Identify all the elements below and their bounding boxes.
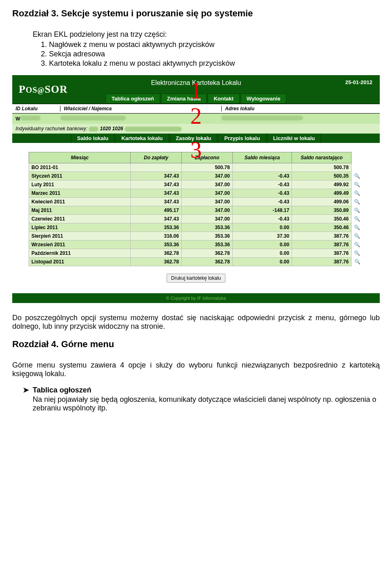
- cell-month: Listopad 2011: [29, 258, 131, 266]
- magnifier-icon[interactable]: 🔍: [354, 207, 360, 213]
- magnifier-icon[interactable]: 🔍: [354, 216, 360, 222]
- chapter-4-paragraph: Górne menu systemu zawiera 4 opcje i słu…: [12, 361, 380, 378]
- table-row: Maj 2011495.17347.00-148.17350.89🔍: [29, 206, 363, 215]
- cell-zaplacono: 353.36: [182, 223, 233, 232]
- cell-saldo-miesiaca: [232, 163, 292, 172]
- menu-zmiana-hasla[interactable]: Zmiana hasła: [161, 94, 207, 104]
- th-do-zaplaty: Do zapłaty: [131, 152, 182, 163]
- magnifier-icon[interactable]: 🔍: [354, 190, 360, 196]
- intro-list: Nagłówek z menu w postaci aktywnych przy…: [49, 40, 380, 68]
- col-adres: Adres lokalu: [221, 106, 376, 111]
- table-row: Marzec 2011347.43347.00-0.43499.49🔍: [29, 189, 363, 198]
- cell-month: Lipiec 2011: [29, 223, 131, 232]
- cell-saldo-narastajaco: 387.76: [292, 258, 352, 266]
- cell-do-zaplaty: 362.78: [131, 258, 182, 266]
- th-zaplacono: Zapłacono: [182, 152, 233, 163]
- owner-blurred: [60, 116, 126, 120]
- app-date: 25-01-2012: [345, 79, 373, 85]
- cell-saldo-narastajaco: 500.35: [292, 172, 352, 181]
- bank-row: Indywidualny rachunek bankowy: 1020 1026: [12, 124, 380, 134]
- magnifier-icon[interactable]: 🔍: [354, 233, 360, 239]
- cell-saldo-miesiaca: -148.17: [232, 206, 292, 215]
- cell-zaplacono: 353.36: [182, 232, 233, 241]
- cell-do-zaplaty: 316.06: [131, 232, 182, 241]
- cell-month: Kwiecień 2011: [29, 198, 131, 206]
- cell-saldo-narastajaco: 350.89: [292, 206, 352, 215]
- cell-month: Maj 2011: [29, 206, 131, 215]
- table-row: Listopad 2011362.78362.780.00387.76🔍: [29, 258, 363, 266]
- cell-saldo-narastajaco: 387.76: [292, 249, 352, 258]
- app-title: Elektroniczna Kartoteka Lokalu: [151, 79, 241, 87]
- bank-label: Indywidualny rachunek bankowy:: [16, 126, 87, 132]
- menu-wylogowanie[interactable]: Wylogowanie: [241, 94, 287, 104]
- menu-kontakt[interactable]: Kontakt: [207, 94, 239, 104]
- chapter-4-title: Rozdział 4. Górne menu: [12, 339, 380, 350]
- cell-saldo-miesiaca: 37.30: [232, 232, 292, 241]
- bullet-tablica-ogloszen: Tablica ogłoszeń Na niej pojawiały się b…: [33, 386, 380, 412]
- id-lokalu-value: W: [16, 116, 20, 122]
- tab-zasoby-lokalu[interactable]: Zasoby lokalu: [170, 134, 218, 143]
- cell-month: Wrzesień 2011: [29, 241, 131, 249]
- th-miesiac: Miesiąc: [29, 152, 131, 163]
- cell-do-zaplaty: 347.43: [131, 189, 182, 198]
- cell-saldo-miesiaca: 0.00: [232, 241, 292, 249]
- table-row: Lipiec 2011353.36353.360.00350.46🔍: [29, 223, 363, 232]
- cell-saldo-miesiaca: -0.43: [232, 181, 292, 189]
- th-saldo-narastajaco: Saldo narastająco: [292, 152, 352, 163]
- cell-zaplacono: 347.00: [182, 215, 233, 223]
- cell-zaplacono: 347.00: [182, 181, 233, 189]
- bullet-body: Na niej pojawiały się będą ogłoszenia, k…: [33, 395, 380, 412]
- cell-do-zaplaty: 362.78: [131, 249, 182, 258]
- cell-saldo-narastajaco: 499.06: [292, 198, 352, 206]
- cell-month: Październik 2011: [29, 249, 131, 258]
- tab-liczniki-w-lokalu[interactable]: Liczniki w lokalu: [267, 134, 321, 143]
- magnifier-icon[interactable]: 🔍: [354, 250, 360, 256]
- table-row: Luty 2011347.43347.00-0.43499.92🔍: [29, 181, 363, 189]
- bullet-head: Tablica ogłoszeń: [33, 386, 380, 395]
- ledger-table: Miesiąc Do zapłaty Zapłacono Saldo miesi…: [29, 152, 363, 266]
- cell-saldo-narastajaco: 499.92: [292, 181, 352, 189]
- cell-zaplacono: 353.36: [182, 241, 233, 249]
- cell-saldo-narastajaco: 387.76: [292, 232, 352, 241]
- menu-tablica-ogloszen[interactable]: Tablica ogłoszeń: [105, 94, 160, 104]
- tab-saldo-lokalu[interactable]: Saldo lokalu: [71, 134, 115, 143]
- th-saldo-miesiaca: Saldo miesiąca: [232, 152, 292, 163]
- print-button[interactable]: Drukuj kartotekę lokalu: [167, 274, 225, 283]
- magnifier-icon[interactable]: 🔍: [354, 259, 361, 265]
- cell-saldo-miesiaca: -0.43: [232, 189, 292, 198]
- table-row: BO 2011-01500.78500.78: [29, 163, 363, 172]
- magnifier-icon[interactable]: 🔍: [354, 182, 360, 187]
- tab-przypis-lokalu[interactable]: Przypis lokalu: [218, 134, 266, 143]
- magnifier-icon[interactable]: 🔍: [354, 173, 360, 179]
- magnifier-icon[interactable]: 🔍: [354, 225, 360, 230]
- chapter-3-title: Rozdział 3. Sekcje systemu i poruszanie …: [12, 8, 380, 19]
- cell-saldo-miesiaca: -0.43: [232, 198, 292, 206]
- address-blurred: [221, 116, 303, 120]
- cell-saldo-narastajaco: 387.76: [292, 241, 352, 249]
- cell-zaplacono: 347.00: [182, 189, 233, 198]
- cell-month: Styczeń 2011: [29, 172, 131, 181]
- cell-zaplacono: 347.00: [182, 172, 233, 181]
- cell-do-zaplaty: [131, 163, 182, 172]
- cell-saldo-miesiaca: -0.43: [232, 172, 292, 181]
- cell-saldo-miesiaca: 0.00: [232, 223, 292, 232]
- tab-kartoteka-lokalu[interactable]: Kartoteka lokalu: [115, 134, 169, 143]
- table-row: Październik 2011362.78362.780.00387.76🔍: [29, 249, 363, 258]
- top-menu: Tablica ogłoszeń Zmiana hasła Kontakt Wy…: [105, 94, 286, 104]
- bank-value: 1020 1026: [100, 126, 123, 132]
- cell-do-zaplaty: 347.43: [131, 181, 182, 189]
- cell-month: Czerwiec 2011: [29, 215, 131, 223]
- table-row: Sierpień 2011316.06353.3637.30387.76🔍: [29, 232, 363, 241]
- cell-saldo-miesiaca: 0.00: [232, 258, 292, 266]
- cell-saldo-narastajaco: 499.49: [292, 189, 352, 198]
- id-header-row: ID Lokalu Właściciel / Najemca Adres lok…: [12, 104, 380, 114]
- magnifier-icon[interactable]: 🔍: [354, 199, 360, 205]
- app-logo: POS@SOR: [19, 83, 68, 96]
- section-menu: Saldo lokalu Kartoteka lokalu Zasoby lok…: [12, 134, 380, 143]
- cell-do-zaplaty: 353.36: [131, 241, 182, 249]
- cell-zaplacono: 347.00: [182, 198, 233, 206]
- cell-do-zaplaty: 347.43: [131, 172, 182, 181]
- cell-saldo-narastajaco: 350.46: [292, 223, 352, 232]
- magnifier-icon[interactable]: 🔍: [354, 242, 360, 247]
- table-row: Styczeń 2011347.43347.00-0.43500.35🔍: [29, 172, 363, 181]
